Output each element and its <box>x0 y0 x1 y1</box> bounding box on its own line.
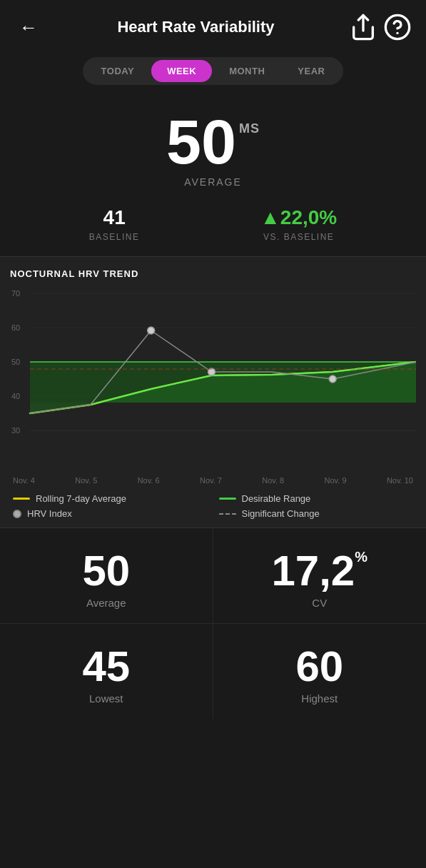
tab-month[interactable]: MONTH <box>213 60 280 82</box>
date-nov9: Nov. 9 <box>325 476 347 485</box>
svg-text:50: 50 <box>11 358 20 366</box>
stat-lowest-label: Lowest <box>89 692 123 705</box>
tab-week[interactable]: WEEK <box>151 60 212 82</box>
legend-significant-change-label: Significant Change <box>242 508 320 519</box>
main-hrv-unit: MS <box>239 122 260 135</box>
chart-area: 70 60 50 40 30 <box>10 286 416 472</box>
main-hrv-label: AVERAGE <box>184 176 242 188</box>
stat-highest-value: 60 <box>295 645 343 688</box>
chart-x-axis: Nov. 4 Nov. 5 Nov. 6 Nov. 7 Nov. 8 Nov. … <box>10 472 416 485</box>
baseline-row: 41 BASELINE ▲22,0% VS. BASELINE <box>0 195 426 256</box>
help-icon <box>383 13 412 41</box>
page-title: Heart Rate Variability <box>43 18 349 36</box>
stat-average-value: 50 <box>82 550 130 592</box>
tab-today[interactable]: TODAY <box>86 60 151 82</box>
date-nov10: Nov. 10 <box>387 476 413 485</box>
svg-text:40: 40 <box>11 392 20 400</box>
svg-text:60: 60 <box>11 323 20 332</box>
stat-cv-label: CV <box>312 597 327 609</box>
main-hrv-value: 50 <box>166 111 236 173</box>
date-nov5: Nov. 5 <box>75 476 97 485</box>
stat-highest-label: Highest <box>301 692 338 705</box>
legend-line-yellow <box>13 498 30 500</box>
date-nov4: Nov. 4 <box>13 476 35 485</box>
chart-title: NOCTURNAL HRV TREND <box>10 268 416 279</box>
back-arrow-icon: ← <box>19 18 38 36</box>
legend-rolling-avg-label: Rolling 7-day Average <box>36 493 126 504</box>
vs-baseline-label: VS. BASELINE <box>263 232 334 242</box>
legend-hrv-index-label: HRV Index <box>27 508 72 519</box>
date-nov7: Nov. 7 <box>200 476 222 485</box>
stat-cv: 17,2 % CV <box>213 528 427 624</box>
legend-hrv-index: HRV Index <box>13 508 208 519</box>
svg-text:30: 30 <box>11 426 20 435</box>
legend-dot-gray <box>13 510 21 518</box>
baseline-item: 41 BASELINE <box>89 206 140 242</box>
vs-baseline-value: ▲22,0% <box>260 206 337 229</box>
legend-desirable-range-label: Desirable Range <box>242 493 311 504</box>
stat-average-value-row: 50 <box>82 550 130 592</box>
stat-highest: 60 Highest <box>213 624 427 719</box>
chart-svg: 70 60 50 40 30 <box>10 286 416 472</box>
legend-line-dashed <box>219 513 236 515</box>
legend-rolling-avg: Rolling 7-day Average <box>13 493 208 504</box>
back-button[interactable]: ← <box>14 13 43 41</box>
legend-line-green <box>219 498 236 500</box>
header: ← Heart Rate Variability <box>0 0 426 51</box>
svg-point-18 <box>329 375 336 383</box>
legend-desirable-range: Desirable Range <box>219 493 414 504</box>
chart-legend: Rolling 7-day Average Desirable Range HR… <box>10 485 416 522</box>
tab-year[interactable]: YEAR <box>282 60 340 82</box>
svg-text:70: 70 <box>11 289 20 298</box>
vs-baseline-item: ▲22,0% VS. BASELINE <box>260 206 337 242</box>
help-button[interactable] <box>383 13 412 41</box>
baseline-value: 41 <box>103 206 126 229</box>
stat-highest-value-row: 60 <box>295 645 343 688</box>
stat-cv-value-row: 17,2 % <box>271 550 367 592</box>
share-button[interactable] <box>349 13 377 41</box>
stat-cv-sup: % <box>355 550 367 564</box>
baseline-label: BASELINE <box>89 232 140 242</box>
tabs-container: TODAY WEEK MONTH YEAR <box>0 51 426 96</box>
stat-lowest-value-row: 45 <box>82 645 130 688</box>
legend-significant-change: Significant Change <box>219 508 414 519</box>
stat-cv-value: 17,2 <box>271 550 355 592</box>
share-icon <box>349 13 377 41</box>
chart-section: NOCTURNAL HRV TREND 70 60 50 40 30 <box>0 256 426 528</box>
main-metric-section: 50 MS AVERAGE <box>0 96 426 195</box>
svg-point-16 <box>148 327 155 334</box>
tabs: TODAY WEEK MONTH YEAR <box>83 57 344 85</box>
stat-average-label: Average <box>86 597 126 609</box>
main-value-row: 50 MS <box>166 111 260 173</box>
stats-grid: 50 Average 17,2 % CV 45 Lowest 60 Highes… <box>0 528 426 719</box>
stat-lowest-value: 45 <box>82 645 130 688</box>
date-nov8: Nov. 8 <box>262 476 284 485</box>
stat-lowest: 45 Lowest <box>0 624 213 719</box>
stat-average: 50 Average <box>0 528 213 624</box>
date-nov6: Nov. 6 <box>138 476 160 485</box>
